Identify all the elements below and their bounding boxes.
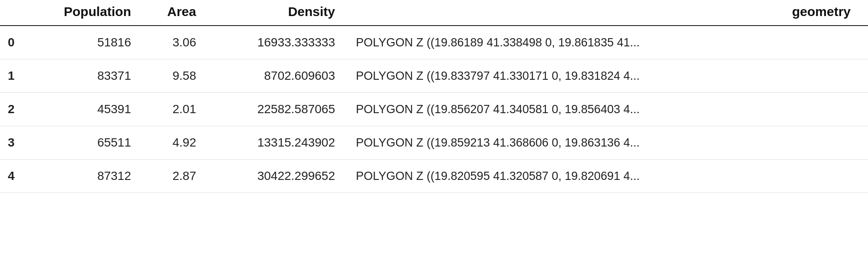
cell-index-3: 3 — [0, 126, 35, 160]
cell-population-2: 45391 — [35, 93, 139, 126]
cell-geometry-0: POLYGON Z ((19.86189 41.338498 0, 19.861… — [343, 26, 868, 59]
table-row: 0518163.0616933.333333POLYGON Z ((19.861… — [0, 26, 868, 59]
data-table-container: Population Area Density geometry 0518163… — [0, 0, 868, 193]
data-table: Population Area Density geometry 0518163… — [0, 0, 868, 193]
cell-geometry-1: POLYGON Z ((19.833797 41.330171 0, 19.83… — [343, 59, 868, 93]
table-row: 3655114.9213315.243902POLYGON Z ((19.859… — [0, 126, 868, 160]
cell-density-3: 13315.243902 — [204, 126, 343, 160]
cell-area-4: 2.87 — [139, 160, 204, 193]
cell-population-3: 65511 — [35, 126, 139, 160]
cell-area-2: 2.01 — [139, 93, 204, 126]
cell-density-1: 8702.609603 — [204, 59, 343, 93]
cell-population-4: 87312 — [35, 160, 139, 193]
table-row: 1833719.588702.609603POLYGON Z ((19.8337… — [0, 59, 868, 93]
table-row: 4873122.8730422.299652POLYGON Z ((19.820… — [0, 160, 868, 193]
cell-density-0: 16933.333333 — [204, 26, 343, 59]
cell-index-1: 1 — [0, 59, 35, 93]
cell-density-4: 30422.299652 — [204, 160, 343, 193]
cell-area-3: 4.92 — [139, 126, 204, 160]
col-header-density: Density — [204, 0, 343, 26]
cell-geometry-2: POLYGON Z ((19.856207 41.340581 0, 19.85… — [343, 93, 868, 126]
col-header-population: Population — [35, 0, 139, 26]
cell-density-2: 22582.587065 — [204, 93, 343, 126]
table-header-row: Population Area Density geometry — [0, 0, 868, 26]
col-header-geometry: geometry — [343, 0, 868, 26]
cell-index-2: 2 — [0, 93, 35, 126]
cell-area-0: 3.06 — [139, 26, 204, 59]
col-header-area: Area — [139, 0, 204, 26]
cell-population-1: 83371 — [35, 59, 139, 93]
cell-geometry-3: POLYGON Z ((19.859213 41.368606 0, 19.86… — [343, 126, 868, 160]
cell-population-0: 51816 — [35, 26, 139, 59]
table-row: 2453912.0122582.587065POLYGON Z ((19.856… — [0, 93, 868, 126]
cell-area-1: 9.58 — [139, 59, 204, 93]
cell-index-4: 4 — [0, 160, 35, 193]
cell-index-0: 0 — [0, 26, 35, 59]
col-header-index — [0, 0, 35, 26]
cell-geometry-4: POLYGON Z ((19.820595 41.320587 0, 19.82… — [343, 160, 868, 193]
